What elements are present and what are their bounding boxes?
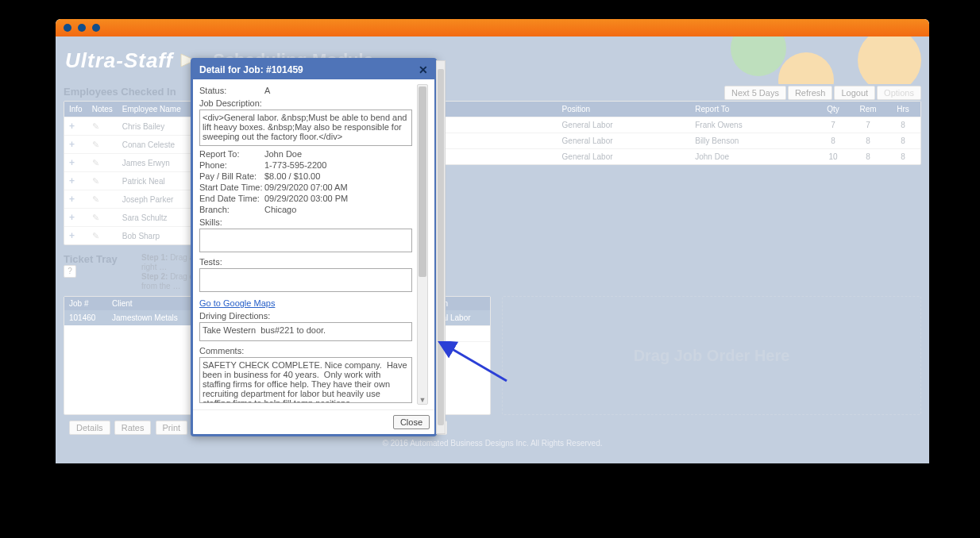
label-start-date: Start Date Time: xyxy=(199,183,264,192)
window-dot[interactable] xyxy=(92,24,100,32)
google-maps-link[interactable]: Go to Google Maps xyxy=(199,298,275,308)
label-job-description: Job Description: xyxy=(199,98,412,108)
label-branch: Branch: xyxy=(199,205,264,214)
value-end-date: 09/29/2020 03:00 PM xyxy=(264,194,412,203)
label-status: Status: xyxy=(199,86,264,95)
label-directions: Driving Directions: xyxy=(199,311,412,321)
skills-textarea[interactable] xyxy=(199,229,412,252)
value-status: A xyxy=(264,86,412,95)
label-skills: Skills: xyxy=(199,217,412,227)
tests-textarea[interactable] xyxy=(199,268,412,292)
modal-outer-scrollbar[interactable] xyxy=(436,60,446,434)
modal-title: Detail for Job: #101459 xyxy=(199,64,419,75)
label-phone: Phone: xyxy=(199,160,264,170)
window-dot[interactable] xyxy=(64,24,71,32)
comments-textarea[interactable] xyxy=(199,357,412,403)
label-end-date: End Date Time: xyxy=(199,194,264,203)
value-start-date: 09/29/2020 07:00 AM xyxy=(264,183,412,192)
modal-close-button[interactable]: Close xyxy=(393,415,430,429)
value-branch: Chicago xyxy=(264,205,412,214)
job-detail-modal: Detail for Job: #101459 ✕ Status:A Job D… xyxy=(191,58,437,436)
value-pay-bill: $8.00 / $10.00 xyxy=(264,171,412,181)
value-report-to: John Doe xyxy=(264,149,412,159)
window-titlebar xyxy=(56,19,929,37)
modal-overlay xyxy=(56,37,929,463)
label-comments: Comments: xyxy=(199,346,412,355)
job-description-textarea[interactable] xyxy=(199,110,412,146)
modal-close-x-icon[interactable]: ✕ xyxy=(419,63,428,76)
window-dot[interactable] xyxy=(78,24,86,32)
modal-inner-scrollbar[interactable]: ▲ ▼ xyxy=(417,84,428,405)
label-pay-bill: Pay / Bill Rate: xyxy=(199,171,264,181)
directions-textarea[interactable] xyxy=(199,322,412,341)
value-phone: 1-773-595-2200 xyxy=(264,160,412,170)
label-tests: Tests: xyxy=(199,257,412,267)
label-report-to: Report To: xyxy=(199,149,264,159)
